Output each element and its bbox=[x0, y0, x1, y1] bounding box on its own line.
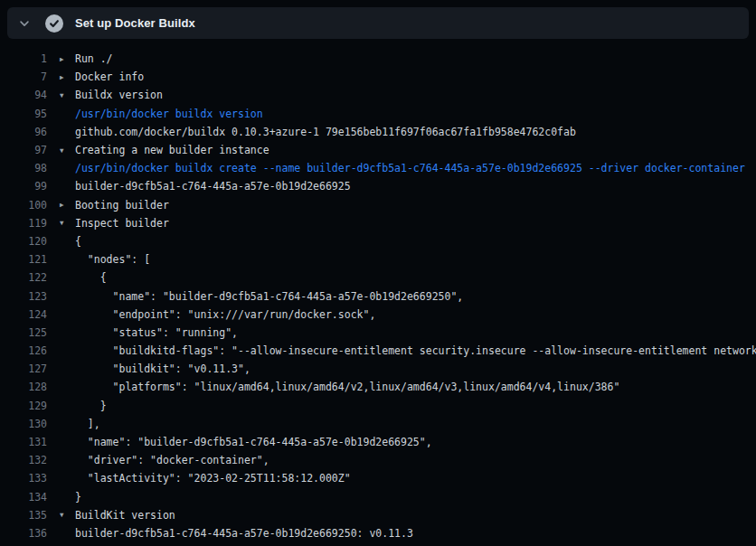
caret-expanded-icon: ▼ bbox=[60, 90, 75, 99]
line-number[interactable]: 100 bbox=[0, 199, 47, 212]
log-line: 131 "name": "builder-d9cfb5a1-c764-445a-… bbox=[0, 433, 756, 451]
log-line: 122 { bbox=[0, 268, 756, 287]
log-line-text: "endpoint": "unix:///var/run/docker.sock… bbox=[75, 308, 375, 321]
log-line-text: BuildKit version bbox=[75, 509, 175, 522]
line-number[interactable]: 128 bbox=[0, 381, 47, 393]
log-line[interactable]: 119 ▼ Inspect builder bbox=[0, 214, 756, 232]
caret-expanded-icon: ▼ bbox=[60, 511, 75, 519]
log-line: 136 builder-d9cfb5a1-c764-445a-a57e-0b19… bbox=[0, 524, 756, 542]
caret-collapsed-icon: ▶ bbox=[60, 201, 75, 209]
log-line: 124 "endpoint": "unix:///var/run/docker.… bbox=[0, 306, 756, 324]
line-number[interactable]: 122 bbox=[0, 271, 47, 284]
log-line-text: Docker info bbox=[75, 71, 144, 83]
log-line: 125 "status": "running", bbox=[0, 324, 756, 342]
line-number[interactable]: 130 bbox=[0, 418, 47, 430]
chevron-down-icon[interactable] bbox=[17, 16, 32, 31]
log-line-text: builder-d9cfb5a1-c764-445a-a57e-0b19d2e6… bbox=[75, 527, 413, 540]
log-line[interactable]: 97 ▼ Creating a new builder instance bbox=[0, 141, 756, 159]
log-line-text: /usr/bin/docker buildx create --name bui… bbox=[75, 162, 745, 174]
log-line: 96 github.com/docker/buildx 0.10.3+azure… bbox=[0, 123, 756, 141]
line-number[interactable]: 120 bbox=[0, 235, 47, 248]
log-line-text: "driver": "docker-container", bbox=[75, 454, 269, 466]
log-line: 129 } bbox=[0, 397, 756, 415]
line-number[interactable]: 99 bbox=[0, 180, 47, 193]
log-line-text: "lastActivity": "2023-02-25T11:58:12.000… bbox=[75, 472, 351, 485]
line-number[interactable]: 121 bbox=[0, 253, 47, 266]
log-line-text: "name": "builder-d9cfb5a1-c764-445a-a57e… bbox=[75, 436, 432, 448]
log-line-text: { bbox=[75, 271, 107, 284]
caret-expanded-icon: ▼ bbox=[60, 146, 75, 154]
check-circle-icon bbox=[45, 14, 63, 33]
line-number[interactable]: 96 bbox=[0, 126, 47, 138]
log-line[interactable]: 100 ▶ Booting builder bbox=[0, 196, 756, 214]
caret-collapsed-icon: ▶ bbox=[60, 72, 75, 80]
log-line: 128 "platforms": "linux/amd64,linux/amd6… bbox=[0, 378, 756, 396]
line-number[interactable]: 95 bbox=[0, 108, 47, 120]
line-number[interactable]: 125 bbox=[0, 326, 47, 339]
log-line: 130 ], bbox=[0, 415, 756, 433]
caret-collapsed-icon: ▶ bbox=[60, 54, 75, 62]
line-number[interactable]: 94 bbox=[0, 89, 47, 101]
log-line-text: /usr/bin/docker buildx version bbox=[75, 108, 263, 120]
log-line-text: Buildx version bbox=[75, 89, 163, 101]
line-number[interactable]: 136 bbox=[0, 527, 47, 540]
log-line: 134 } bbox=[0, 488, 756, 506]
caret-expanded-icon: ▼ bbox=[60, 219, 75, 227]
log-line-text: Booting builder bbox=[75, 199, 169, 212]
log-line-text: builder-d9cfb5a1-c764-445a-a57e-0b19d2e6… bbox=[75, 180, 351, 193]
log-lines: 1 ▶ Run ./ 7 ▶ Docker info 94 ▼ Buildx v… bbox=[0, 39, 756, 546]
log-line: 98 /usr/bin/docker buildx create --name … bbox=[0, 159, 756, 177]
line-number[interactable]: 134 bbox=[0, 491, 47, 504]
line-number[interactable]: 98 bbox=[0, 162, 47, 174]
line-number[interactable]: 124 bbox=[0, 308, 47, 321]
log-line[interactable]: 135 ▼ BuildKit version bbox=[0, 506, 756, 524]
log-line-text: "nodes": [ bbox=[75, 253, 150, 266]
log-line[interactable]: 7 ▶ Docker info bbox=[0, 68, 756, 86]
log-line-text: { bbox=[75, 235, 81, 248]
log-line-text: ], bbox=[75, 418, 100, 430]
line-number[interactable]: 119 bbox=[0, 217, 47, 230]
log-line: 132 "driver": "docker-container", bbox=[0, 451, 756, 469]
log-line: 95 /usr/bin/docker buildx version bbox=[0, 105, 756, 123]
line-number[interactable]: 1 bbox=[0, 52, 47, 65]
log-line: 120 { bbox=[0, 232, 756, 250]
line-number[interactable]: 132 bbox=[0, 454, 47, 466]
log-line-text: "buildkit": "v0.11.3", bbox=[75, 362, 250, 375]
log-line-text: github.com/docker/buildx 0.10.3+azure-1 … bbox=[75, 126, 576, 138]
line-number[interactable]: 129 bbox=[0, 400, 47, 412]
log-line-text: "name": "builder-d9cfb5a1-c764-445a-a57e… bbox=[75, 290, 463, 303]
line-number[interactable]: 133 bbox=[0, 472, 47, 485]
log-line-text: Run ./ bbox=[75, 52, 113, 65]
log-line-text: } bbox=[75, 400, 107, 412]
log-line: 123 "name": "builder-d9cfb5a1-c764-445a-… bbox=[0, 287, 756, 305]
step-title: Set up Docker Buildx bbox=[75, 16, 195, 30]
log-line: 99 builder-d9cfb5a1-c764-445a-a57e-0b19d… bbox=[0, 177, 756, 195]
log-line: 127 "buildkit": "v0.11.3", bbox=[0, 360, 756, 378]
log-line[interactable]: 94 ▼ Buildx version bbox=[0, 86, 756, 104]
log-line-text: } bbox=[75, 491, 81, 504]
line-number[interactable]: 97 bbox=[0, 144, 47, 156]
line-number[interactable]: 131 bbox=[0, 436, 47, 448]
line-number[interactable]: 126 bbox=[0, 344, 47, 357]
log-line-text: "platforms": "linux/amd64,linux/amd64/v2… bbox=[75, 381, 619, 393]
log-line: 126 "buildkitd-flags": "--allow-insecure… bbox=[0, 342, 756, 360]
log-line-text: Inspect builder bbox=[75, 217, 169, 230]
line-number[interactable]: 135 bbox=[0, 509, 47, 522]
line-number[interactable]: 7 bbox=[0, 71, 47, 83]
line-number[interactable]: 123 bbox=[0, 290, 47, 303]
log-line-text: "status": "running", bbox=[75, 326, 238, 339]
log-line-text: "buildkitd-flags": "--allow-insecure-ent… bbox=[75, 344, 756, 357]
log-line: 133 "lastActivity": "2023-02-25T11:58:12… bbox=[0, 469, 756, 487]
actions-log-viewer: Set up Docker Buildx 1 ▶ Run ./ 7 ▶ Dock… bbox=[0, 0, 756, 546]
line-number[interactable]: 127 bbox=[0, 362, 47, 375]
log-line: 121 "nodes": [ bbox=[0, 250, 756, 268]
log-line[interactable]: 1 ▶ Run ./ bbox=[0, 50, 756, 68]
step-header[interactable]: Set up Docker Buildx bbox=[7, 7, 749, 39]
log-line-text: Creating a new builder instance bbox=[75, 144, 269, 156]
